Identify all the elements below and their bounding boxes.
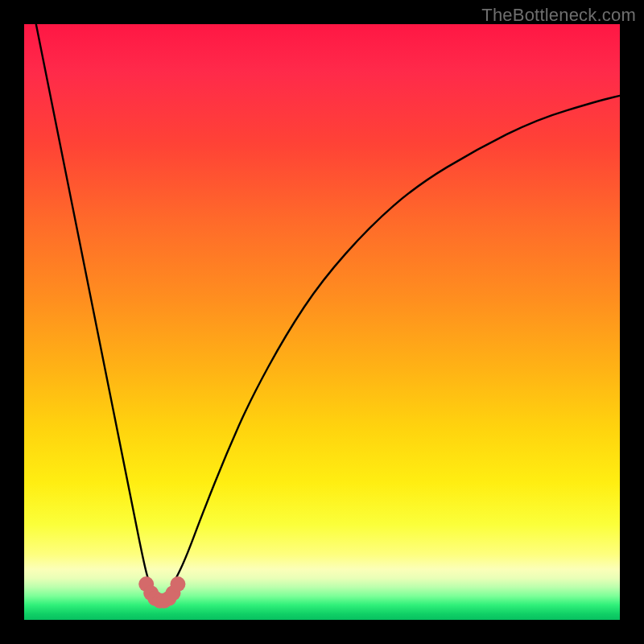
watermark-text: TheBottleneck.com — [481, 5, 636, 26]
curve-group — [36, 24, 620, 602]
curve-right-branch — [161, 96, 620, 602]
bottom-marker-cluster — [138, 576, 185, 609]
chart-frame: TheBottleneck.com — [0, 0, 644, 644]
bottom-marker — [170, 576, 185, 592]
curve-left-branch — [36, 24, 161, 602]
chart-svg — [24, 24, 620, 620]
plot-area — [24, 24, 620, 620]
